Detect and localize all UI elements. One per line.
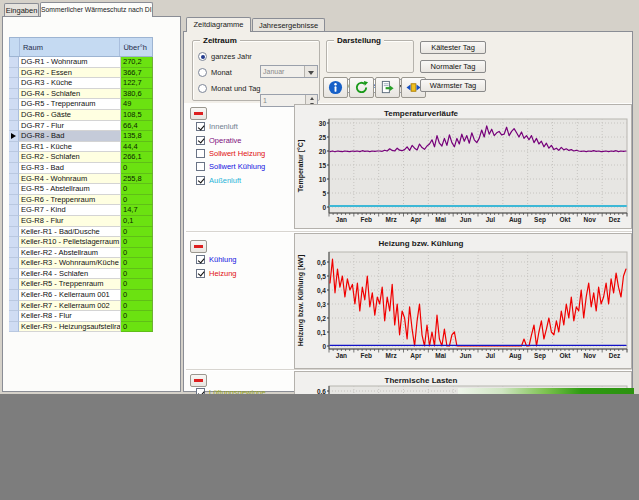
month-select[interactable]: Januar bbox=[260, 65, 318, 78]
room-name-cell[interactable]: EG-R5 - Abstellraum bbox=[19, 184, 121, 195]
row-selector-cell[interactable] bbox=[9, 78, 19, 89]
table-header-ueberh[interactable]: Über°h bbox=[120, 38, 152, 56]
checkbox-checked[interactable] bbox=[196, 255, 205, 264]
temperature-chart-panel[interactable]: 051015202530JanFebMrzAprMaiJunJulAugSepO… bbox=[294, 104, 632, 229]
room-name-cell[interactable]: Keller-R7 - Kellerraum 002 bbox=[19, 301, 121, 312]
overheat-hours-cell[interactable]: 0 bbox=[121, 237, 153, 248]
room-name-cell[interactable]: DG-R2 - Essen bbox=[19, 68, 121, 79]
room-name-cell[interactable]: Keller-R5 - Treppenraum bbox=[19, 279, 121, 290]
overheat-hours-cell[interactable]: 49 bbox=[121, 99, 153, 110]
overheat-hours-cell[interactable]: 122,7 bbox=[121, 78, 153, 89]
overheat-hours-cell[interactable]: 0 bbox=[121, 311, 153, 322]
row-selector-cell[interactable] bbox=[9, 269, 19, 280]
tab-eingaben[interactable]: Eingaben bbox=[4, 3, 39, 17]
table-row[interactable]: Keller-R5 - Treppenraum0 bbox=[9, 279, 153, 290]
waermster-tag-button[interactable]: Wärmster Tag bbox=[420, 79, 486, 92]
temperature-chart[interactable]: 051015202530JanFebMrzAprMaiJunJulAugSepO… bbox=[295, 105, 631, 228]
table-row[interactable]: Keller-R6 - Kellerraum 0010 bbox=[9, 290, 153, 301]
normaler-tag-button[interactable]: Normaler Tag bbox=[420, 60, 486, 73]
room-name-cell[interactable]: EG-R3 - Bad bbox=[19, 163, 121, 174]
overheat-hours-cell[interactable]: 255,8 bbox=[121, 174, 153, 185]
room-name-cell[interactable]: EG-R1 - Küche bbox=[19, 142, 121, 153]
kaeltester-tag-button[interactable]: Kältester Tag bbox=[420, 41, 486, 54]
tab-jahresergebnisse[interactable]: Jahresergebnisse bbox=[252, 18, 325, 32]
collapse-section-1-button[interactable] bbox=[190, 107, 207, 120]
room-name-cell[interactable]: EG-R7 - Kind bbox=[19, 205, 121, 216]
room-name-cell[interactable]: Keller-R9 - Heizungsaufstellraum bbox=[19, 322, 121, 333]
overheat-hours-cell[interactable]: 66,4 bbox=[121, 121, 153, 132]
table-row[interactable]: EG-R4 - Wohnraum255,8 bbox=[9, 174, 153, 185]
overheat-hours-cell[interactable]: 0 bbox=[121, 301, 153, 312]
table-row[interactable]: EG-R1 - Küche44,4 bbox=[9, 142, 153, 153]
table-row[interactable]: DG-R6 - Gäste108,5 bbox=[9, 110, 153, 121]
chevron-down-icon[interactable] bbox=[304, 66, 317, 77]
radio-monat[interactable]: Monat bbox=[198, 67, 232, 78]
row-selector-cell[interactable] bbox=[9, 131, 19, 142]
tab-zeitdiagramme[interactable]: Zeitdiagramme bbox=[186, 17, 251, 32]
overheat-hours-cell[interactable]: 44,4 bbox=[121, 142, 153, 153]
table-row[interactable]: DG-R4 - Schlafen380,6 bbox=[9, 89, 153, 100]
room-name-cell[interactable]: Keller-R4 - Schlafen bbox=[19, 269, 121, 280]
info-button[interactable] bbox=[323, 77, 348, 98]
collapse-section-2-button[interactable] bbox=[190, 240, 207, 253]
row-selector-cell[interactable] bbox=[9, 301, 19, 312]
overheat-hours-cell[interactable]: 0 bbox=[121, 290, 153, 301]
room-name-cell[interactable]: Keller-R6 - Kellerraum 001 bbox=[19, 290, 121, 301]
radio-monat-und-tag[interactable]: Monat und Tag bbox=[198, 83, 260, 94]
overheat-hours-cell[interactable]: 0 bbox=[121, 269, 153, 280]
checkbox-checked[interactable] bbox=[196, 122, 205, 131]
refresh-button[interactable] bbox=[349, 77, 374, 98]
radio-ganzes-jahr[interactable]: ganzes Jahr bbox=[198, 51, 252, 62]
row-selector-cell[interactable] bbox=[9, 237, 19, 248]
table-row[interactable]: DG-R2 - Essen366,7 bbox=[9, 68, 153, 79]
row-selector-cell[interactable] bbox=[9, 311, 19, 322]
table-row[interactable]: DG-R3 - Küche122,7 bbox=[9, 78, 153, 89]
table-row[interactable]: EG-R3 - Bad0 bbox=[9, 163, 153, 174]
overheat-hours-cell[interactable]: 108,5 bbox=[121, 110, 153, 121]
overheat-hours-cell[interactable]: 0 bbox=[121, 248, 153, 259]
room-name-cell[interactable]: DG-R6 - Gäste bbox=[19, 110, 121, 121]
overheat-hours-cell[interactable]: 270,2 bbox=[121, 57, 153, 68]
table-row[interactable]: Keller-R4 - Schlafen0 bbox=[9, 269, 153, 280]
table-row[interactable]: Keller-R7 - Kellerraum 0020 bbox=[9, 301, 153, 312]
room-name-cell[interactable]: DG-R5 - Treppenraum bbox=[19, 99, 121, 110]
row-selector-cell[interactable] bbox=[9, 184, 19, 195]
table-row[interactable]: EG-R6 - Treppenraum0 bbox=[9, 195, 153, 206]
overheat-hours-cell[interactable]: 0 bbox=[121, 279, 153, 290]
room-name-cell[interactable]: Keller-R8 - Flur bbox=[19, 311, 121, 322]
checkbox-checked[interactable] bbox=[196, 269, 205, 278]
overheat-hours-cell[interactable]: 0 bbox=[121, 258, 153, 269]
heizung-chart[interactable]: 00,10,20,30,40,50,6JanFebMrzAprMaiJunJul… bbox=[295, 234, 631, 368]
row-selector-cell[interactable] bbox=[9, 174, 19, 185]
checkbox-checked[interactable] bbox=[196, 136, 205, 145]
overheat-hours-cell[interactable]: 14,7 bbox=[121, 205, 153, 216]
overheat-hours-cell[interactable]: 0 bbox=[121, 322, 153, 333]
row-selector-cell[interactable] bbox=[9, 195, 19, 206]
room-name-cell[interactable]: Keller-R10 - Pelletslagerraum bbox=[19, 237, 121, 248]
row-selector-cell[interactable] bbox=[9, 258, 19, 269]
checkbox-unchecked[interactable] bbox=[196, 162, 205, 171]
room-name-cell[interactable]: DG-R7 - Flur bbox=[19, 121, 121, 132]
overheat-hours-cell[interactable]: 266,1 bbox=[121, 152, 153, 163]
room-name-cell[interactable]: DG-R8 - Bad bbox=[19, 131, 121, 142]
row-selector-cell[interactable] bbox=[9, 216, 19, 227]
table-row[interactable]: Keller-R2 - Abstellraum0 bbox=[9, 248, 153, 259]
radio-monat-control[interactable] bbox=[198, 68, 207, 77]
row-selector-cell[interactable] bbox=[9, 248, 19, 259]
row-selector-cell[interactable] bbox=[9, 227, 19, 238]
overheat-hours-cell[interactable]: 0 bbox=[121, 163, 153, 174]
table-row[interactable]: DG-R7 - Flur66,4 bbox=[9, 121, 153, 132]
overheat-hours-cell[interactable]: 0,1 bbox=[121, 216, 153, 227]
row-selector-cell[interactable] bbox=[9, 57, 19, 68]
room-name-cell[interactable]: EG-R2 - Schlafen bbox=[19, 152, 121, 163]
row-selector-cell[interactable] bbox=[9, 279, 19, 290]
row-selector-cell[interactable] bbox=[9, 89, 19, 100]
row-selector-cell[interactable] bbox=[9, 205, 19, 216]
table-row[interactable]: EG-R2 - Schlafen266,1 bbox=[9, 152, 153, 163]
row-selector-cell[interactable] bbox=[9, 163, 19, 174]
table-row[interactable]: EG-R8 - Flur0,1 bbox=[9, 216, 153, 227]
room-name-cell[interactable]: EG-R6 - Treppenraum bbox=[19, 195, 121, 206]
table-row[interactable]: Keller-R1 - Bad/Dusche0 bbox=[9, 227, 153, 238]
table-header-raum[interactable]: Raum bbox=[20, 38, 121, 56]
row-selector-cell[interactable] bbox=[9, 68, 19, 79]
